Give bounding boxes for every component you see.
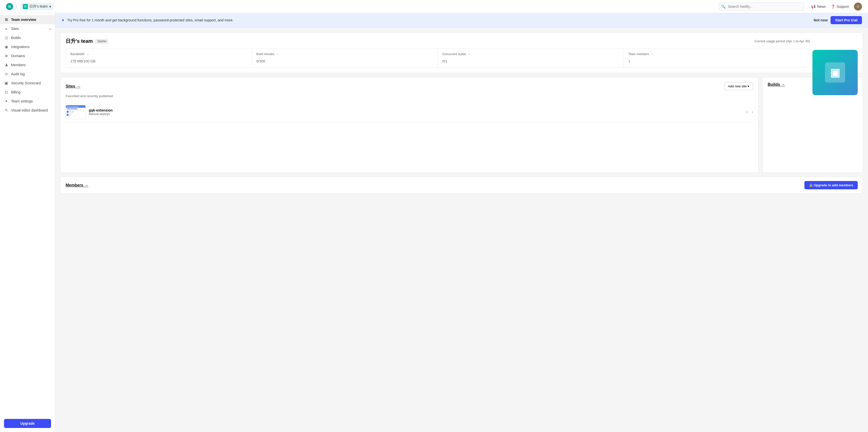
search-input[interactable] [719,2,804,10]
upgrade-button[interactable]: Upgrade [4,419,51,428]
start-pro-button[interactable]: Start Pro trial [831,16,862,24]
team-members-value: 1 [628,57,805,64]
promo-banner: ✦ Try Pro free for 1 month and get backg… [55,13,868,27]
promo-text: Try Pro free for 1 month and get backgro… [67,18,811,22]
not-now-button[interactable]: Not now [814,18,828,22]
sites-panel-header: Sites → Add new site ▾ [66,82,753,90]
search-bar: 🔍 [719,2,804,10]
sidebar-item-label: Sites [11,27,19,31]
nav-actions: 📢 News ❓ Support U [811,2,862,10]
news-button[interactable]: 📢 News [811,4,826,8]
sidebar-item-label: Team overview [11,18,36,22]
sidebar-item-label: Security Scorecard [11,81,41,85]
bandwidth-label-text: Bandwidth [70,52,85,56]
members-icon: ♟ [4,63,8,67]
concurrent-builds-label-text: Concurrent builds [442,52,466,56]
security-icon: ▣ [4,81,8,85]
builds-panel-title[interactable]: Builds → [768,82,785,87]
metric-team-members[interactable]: Team members → 1 [624,49,810,67]
app-body: ⊞ Team overview ≡ Sites ← ◷ Builds ◉ Int… [0,13,868,432]
team-dropdown-icon: ▾ [49,4,51,8]
sidebar-item-billing[interactable]: ⊡ Billing [0,88,55,97]
add-new-site-button[interactable]: Add new site ▾ [724,82,753,90]
list-icon: ≡ [4,26,8,31]
integration-icon: ◉ [4,45,8,49]
metric-bandwidth[interactable]: Bandwidth → 278 MB/100 GB [66,49,252,67]
site-thumb-inner: Chrome ●●●●●●●●● [66,105,86,119]
star-icon[interactable]: ☆ [745,109,749,115]
team-selector[interactable]: 日 日升's team ▾ [20,3,54,10]
metric-concurrent-label: Concurrent builds → [442,52,619,56]
sites-panel: Sites → Add new site ▾ Favorited and rec… [60,77,758,173]
clock-icon: ◷ [4,35,8,40]
team-title: 日升's team Starter [66,38,108,45]
editor-icon: ✎ [4,108,8,113]
sidebar-item-integrations[interactable]: ◉ Integrations [0,42,55,51]
sidebar-item-label: Team settings [11,99,33,103]
site-item: Chrome ●●●●●●●●● [66,102,753,122]
sidebar-item-audit-log[interactable]: ⊙ Audit log [0,69,55,79]
site-thumb-bar: Chrome ●●●●●●●●● [66,105,86,108]
team-logo-inner: ▣ [825,62,845,83]
sidebar-item-label: Domains [11,54,25,58]
sites-subtitle: Favorited and recently published [66,94,753,98]
news-label: News [817,4,826,8]
nav-divider: / [16,4,17,9]
metric-bandwidth-label: Bandwidth → [70,52,247,56]
metric-build-minutes[interactable]: Build minutes → 0/300 [252,49,438,67]
nav-logo[interactable]: N [6,3,13,10]
team-name: 日升's team [66,38,93,45]
panels-grid: Sites → Add new site ▾ Favorited and rec… [60,77,863,173]
promo-actions: Not now Start Pro trial [814,16,862,24]
sidebar-item-label: Integrations [11,45,29,49]
sidebar-item-security-scorecard[interactable]: ▣ Security Scorecard [0,79,55,88]
team-members-arrow-icon: → [651,52,653,56]
top-nav: N / 日 日升's team ▾ 🔍 📢 News ❓ Support U [0,0,868,13]
support-label: Support [837,4,849,8]
sidebar-item-team-overview[interactable]: ⊞ Team overview [0,15,55,24]
promo-icon: ✦ [61,18,65,23]
sites-panel-title[interactable]: Sites → [66,84,81,89]
arrow-annotation: ← [48,26,53,32]
audit-icon: ⊙ [4,72,8,76]
user-avatar[interactable]: U [854,2,862,10]
support-button[interactable]: ❓ Support [831,4,849,8]
team-icon: 日 [23,4,28,9]
sidebar-item-label: Billing [11,90,20,94]
settings-icon: ✦ [4,99,8,104]
members-section-title[interactable]: Members → [66,183,89,188]
sidebar-item-label: Builds [11,36,21,40]
sidebar-item-builds[interactable]: ◷ Builds [0,33,55,42]
sidebar-nav: ⊞ Team overview ≡ Sites ← ◷ Builds ◉ Int… [0,13,55,415]
content-area: 日升's team Starter Current usage period (… [55,27,868,199]
sidebar-item-label: Members [11,63,26,67]
site-info: gqk-extension Manual deploys [89,108,742,116]
team-logo-letter: ▣ [830,66,840,79]
home-icon: ⊞ [4,18,8,22]
site-thumb-body [66,108,86,119]
team-name-label: 日升's team [29,4,48,9]
sidebar-item-sites[interactable]: ≡ Sites ← [0,24,55,33]
sidebar-item-label: Visual editor dashboard [11,108,48,112]
sidebar-item-visual-editor[interactable]: ✎ Visual editor dashboard [0,106,55,115]
search-icon: 🔍 [721,4,725,8]
site-meta: Manual deploys [89,112,742,116]
bandwidth-value: 278 MB/100 GB [70,57,247,64]
chevron-right-icon[interactable]: › [752,110,753,114]
build-minutes-label-text: Build minutes [256,52,275,56]
team-card: 日升's team Starter Current usage period (… [60,32,863,73]
megaphone-icon: 📢 [811,4,815,8]
upgrade-to-add-members-button[interactable]: 🔒 Upgrade to add members [804,181,858,189]
site-thumbnail: Chrome ●●●●●●●●● [66,105,86,119]
question-icon: ❓ [831,4,835,8]
team-logo-card: ▣ [812,50,858,95]
sidebar-upgrade-section: Upgrade [0,415,55,432]
sidebar-item-label: Audit log [11,72,25,76]
sidebar-item-team-settings[interactable]: ✦ Team settings [0,97,55,106]
globe-icon: ⊕ [4,54,8,58]
sidebar: ⊞ Team overview ≡ Sites ← ◷ Builds ◉ Int… [0,13,55,432]
sidebar-item-members[interactable]: ♟ Members [0,60,55,69]
site-name: gqk-extension [89,108,742,112]
metric-concurrent-builds[interactable]: Concurrent builds → 0/1 [438,49,624,67]
sidebar-item-domains[interactable]: ⊕ Domains [0,51,55,60]
